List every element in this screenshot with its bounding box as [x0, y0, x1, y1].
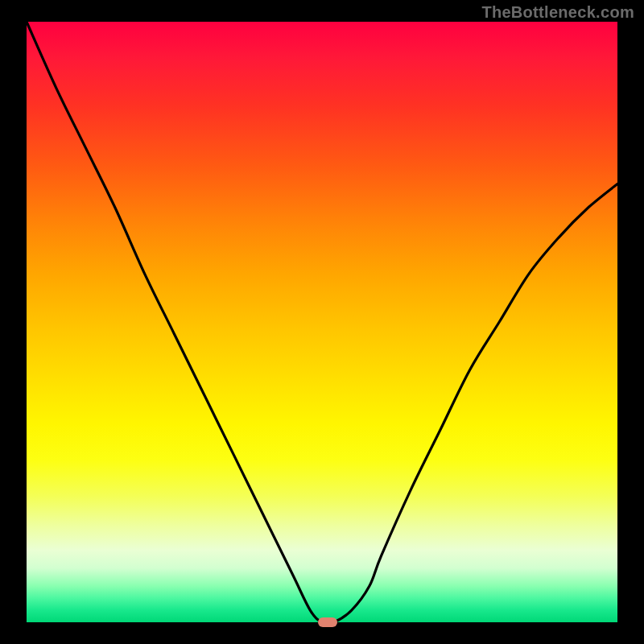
bottleneck-curve-path	[27, 22, 617, 624]
plot-area	[27, 22, 617, 622]
watermark-text: TheBottleneck.com	[481, 3, 634, 22]
minimum-marker	[318, 617, 337, 627]
chart-frame: TheBottleneck.com	[0, 0, 644, 644]
curve-layer	[27, 22, 617, 622]
